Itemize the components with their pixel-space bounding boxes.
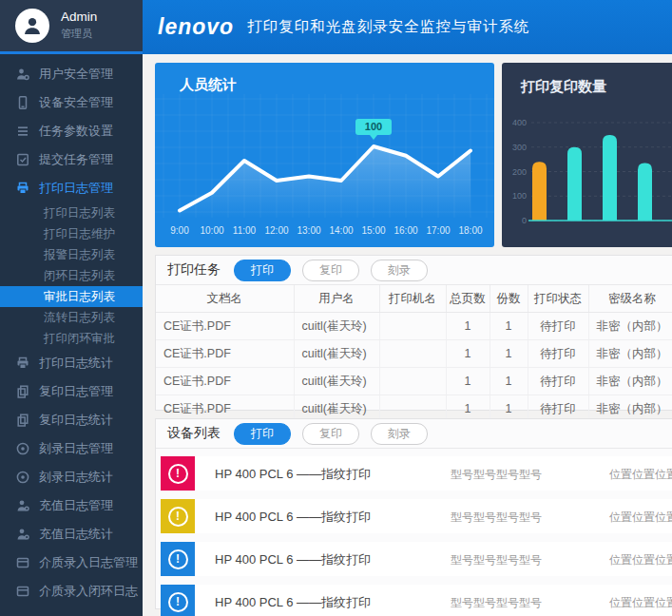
device-status-icon: ! (161, 499, 195, 533)
device-rows: !HP 400 PCL 6 ——指纹打印型号型号型号型号位置位置位置位!HP 4… (156, 449, 672, 616)
sidebar-item-12[interactable]: 打印日志统计 (0, 349, 143, 377)
device-location: 位置位置位置位 (609, 552, 672, 568)
sidebar-menu: 用户安全管理设备安全管理任务参数设置提交任务管理打印日志管理打印日志列表打印日志… (0, 54, 143, 606)
sidebar-item-15[interactable]: 刻录日志管理 (0, 434, 143, 463)
task-filter-1[interactable]: 复印 (302, 260, 359, 281)
people-stats-card: 人员统计 1009:0010:0011:0012:0013:0014:0015:… (155, 63, 494, 247)
device-row[interactable]: !HP 400 PCL 6 ——指纹打印型号型号型号型号位置位置位置位 (161, 456, 672, 491)
table-row[interactable]: CE证书.PDFcuitl(崔天玲)11待打印非密（内部） (156, 368, 672, 395)
task-filter-0[interactable]: 打印 (234, 260, 291, 281)
device-status-icon: ! (161, 585, 195, 616)
table-cell: 1 (446, 368, 490, 395)
device-location: 位置位置位置位 (609, 595, 672, 611)
sidebar-item-14[interactable]: 复印日志统计 (0, 406, 143, 434)
sidebar-item-label: 设备安全管理 (39, 94, 113, 111)
print-tasks-title: 打印任务 (167, 261, 221, 279)
table-row[interactable]: CE证书.PDFcuitl(崔天玲)11待打印非密（内部） (156, 340, 672, 368)
sidebar-subitem-6[interactable]: 打印日志维护 (0, 223, 143, 244)
sidebar-item-label: 提交任务管理 (39, 151, 113, 168)
device-list-title: 设备列表 (167, 425, 221, 442)
sidebar-item-2[interactable]: 任务参数设置 (0, 117, 143, 145)
svg-text:17:00: 17:00 (426, 225, 450, 236)
sidebar-item-label: 打印日志管理 (39, 180, 113, 197)
sidebar-item-19[interactable]: 介质录入日志管理 (0, 549, 143, 577)
column-header: 用户名 (294, 285, 379, 313)
sidebar: Admin 管理员 用户安全管理设备安全管理任务参数设置提交任务管理打印日志管理… (0, 0, 143, 616)
device-model: 型号型号型号型号 (451, 510, 542, 526)
copy-icon (15, 413, 30, 428)
sidebar-subitem-10[interactable]: 流转日志列表 (0, 307, 143, 328)
avatar (15, 9, 49, 43)
table-cell: 非密（内部） (588, 340, 672, 368)
sidebar-item-label: 复印日志统计 (39, 412, 113, 429)
table-cell: 待打印 (528, 368, 588, 395)
task-filter-2[interactable]: 刻录 (371, 260, 428, 281)
svg-text:400: 400 (512, 118, 527, 127)
sidebar-subitem-9[interactable]: 审批日志列表 (0, 286, 143, 307)
card-icon (15, 584, 30, 599)
alert-circle-icon: ! (168, 592, 188, 612)
device-row[interactable]: !HP 400 PCL 6 ——指纹打印型号型号型号型号位置位置位置位 (161, 585, 672, 616)
table-cell: 非密（内部） (588, 313, 672, 340)
top-header: lenovo 打印复印和光盘刻录安全监控与审计系统 (143, 0, 672, 54)
sidebar-subitem-label: 闭环日志列表 (44, 268, 115, 284)
table-cell: 1 (446, 340, 490, 368)
device-filter-2[interactable]: 刻录 (371, 423, 428, 445)
sidebar-item-label: 复印日志管理 (39, 383, 113, 400)
sidebar-item-20[interactable]: 介质录入闭环日志 (0, 577, 143, 606)
device-list-header: 设备列表 打印复印刻录 (156, 419, 672, 449)
svg-text:0: 0 (522, 216, 527, 225)
svg-text:12:00: 12:00 (264, 225, 288, 236)
svg-text:13:00: 13:00 (297, 225, 320, 236)
device-status-icon: ! (161, 456, 195, 491)
sidebar-item-0[interactable]: 用户安全管理 (0, 60, 143, 88)
sidebar-subitem-5[interactable]: 打印日志列表 (0, 202, 143, 223)
sidebar-subitem-8[interactable]: 闭环日志列表 (0, 265, 143, 286)
svg-text:200: 200 (512, 167, 527, 177)
sidebar-item-13[interactable]: 复印日志管理 (0, 377, 143, 406)
sidebar-item-17[interactable]: 充值日志管理 (0, 491, 143, 520)
device-row[interactable]: !HP 400 PCL 6 ——指纹打印型号型号型号型号位置位置位置位 (161, 499, 672, 533)
device-icon (15, 95, 30, 110)
user-profile[interactable]: Admin 管理员 (0, 0, 143, 54)
sidebar-subitem-11[interactable]: 打印闭环审批 (0, 328, 143, 349)
device-filter-1[interactable]: 复印 (302, 423, 359, 445)
svg-text:16:00: 16:00 (394, 225, 417, 236)
user-role: 管理员 (61, 27, 92, 41)
person-icon (15, 498, 30, 513)
sidebar-item-3[interactable]: 提交任务管理 (0, 145, 143, 174)
device-location: 位置位置位置位 (609, 510, 672, 526)
sidebar-item-4[interactable]: 打印日志管理 (0, 174, 143, 202)
table-cell: CE证书.PDF (156, 313, 294, 340)
sidebar-item-label: 充值日志统计 (39, 526, 113, 543)
device-name: HP 400 PCL 6 ——指纹打印 (215, 551, 371, 568)
column-header: 密级名称 (588, 285, 672, 313)
copy-icon (15, 384, 30, 399)
sidebar-item-16[interactable]: 刻录日志统计 (0, 463, 143, 491)
device-row[interactable]: !HP 400 PCL 6 ——指纹打印型号型号型号型号位置位置位置位 (161, 542, 672, 576)
device-filter-0[interactable]: 打印 (234, 423, 291, 445)
svg-text:100: 100 (512, 191, 527, 201)
user-icon (15, 67, 30, 82)
sidebar-item-label: 刻录日志统计 (39, 469, 113, 486)
app-window: Admin 管理员 用户安全管理设备安全管理任务参数设置提交任务管理打印日志管理… (0, 0, 672, 616)
sidebar-item-18[interactable]: 充值日志统计 (0, 520, 143, 549)
card-icon (15, 555, 30, 570)
column-header: 打印机名 (379, 285, 446, 313)
sidebar-subitem-label: 打印闭环审批 (44, 331, 115, 347)
sidebar-item-label: 打印日志统计 (39, 355, 113, 372)
sidebar-item-label: 介质录入闭环日志 (39, 583, 138, 600)
person-icon (22, 15, 43, 36)
svg-text:15:00: 15:00 (361, 225, 385, 236)
sidebar-item-label: 刻录日志管理 (39, 440, 113, 457)
table-cell: CE证书.PDF (156, 340, 294, 368)
sidebar-item-1[interactable]: 设备安全管理 (0, 88, 143, 117)
print-tasks-table: 文档名用户名打印机名总页数份数打印状态密级名称 CE证书.PDFcuitl(崔天… (156, 285, 672, 423)
table-row[interactable]: CE证书.PDFcuitl(崔天玲)11待打印非密（内部） (156, 313, 672, 340)
sidebar-item-label: 介质录入日志管理 (39, 554, 138, 571)
disc-icon (15, 441, 30, 456)
table-cell: 1 (490, 340, 528, 368)
printer-icon (15, 181, 30, 196)
sidebar-subitem-7[interactable]: 报警日志列表 (0, 244, 143, 265)
print-tasks-header: 打印任务 打印复印刻录 (156, 256, 672, 285)
